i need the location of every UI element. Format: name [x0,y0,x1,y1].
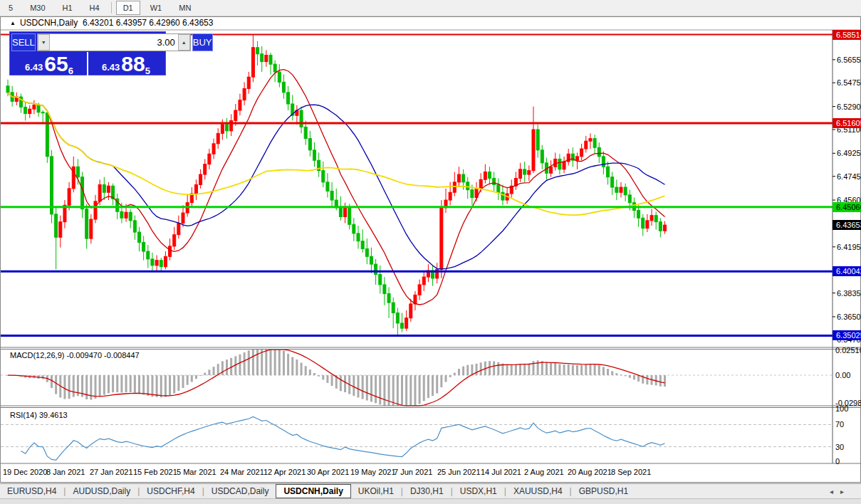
macd-histogram-bar [95,375,97,399]
macd-histogram-bar [208,369,210,375]
time-axis-label: 8 Jan 2021 [46,468,85,476]
timeframe-button-5[interactable]: 5 [1,1,20,15]
macd-histogram-bar [278,350,281,375]
candle-body [129,212,132,221]
candle-body [462,174,465,182]
candle-body [55,214,58,237]
macd-histogram-bar [138,375,140,394]
macd-histogram-bar [169,375,171,395]
sell-price-display[interactable]: 6.43 65 6 [11,52,88,75]
candle-body [160,261,162,267]
rsi-label: RSI(14) 39.4613 [10,411,68,419]
symbol-tab-eurusd[interactable]: EURUSD,H4 [0,485,63,498]
candle-body [457,174,460,182]
timeframe-button-d1[interactable]: D1 [116,1,140,15]
sell-button[interactable]: SELL [11,33,36,51]
symbol-tab-xauusd[interactable]: XAUUSD,H4 [506,485,570,498]
candle-body [607,167,610,177]
macd-histogram-bar [256,350,259,375]
macd-histogram-bar [244,352,246,375]
volume-decrease-button[interactable]: ▼ [38,34,50,51]
candle-body [602,157,605,167]
price-badge-6.43653: 6.43653 [833,220,861,230]
candle-body [151,259,154,266]
macd-histogram-bar [120,375,122,392]
rsi-pane[interactable] [1,408,833,463]
macd-histogram-bar [414,375,416,406]
candle-body [247,77,250,88]
volume-input[interactable] [50,34,178,51]
rsi-axis-label: 70 [835,420,844,429]
candle-body [659,222,662,231]
macd-histogram-bar [68,375,71,399]
candle-body [598,147,600,157]
symbol-tab-usdcnh[interactable]: USDCNH,Daily [276,484,350,498]
symbol-tab-usdchf[interactable]: USDCHF,H4 [140,485,202,498]
timeframe-button-h1[interactable]: H1 [56,1,80,15]
candle-body [387,294,390,303]
macd-histogram-bar [165,375,167,397]
macd-histogram-bar [550,363,552,375]
timeframe-button-h4[interactable]: H4 [83,1,107,15]
candle-body [199,174,202,184]
macd-histogram-bar [182,375,184,388]
candle-body [269,56,272,65]
macd-histogram-bar [358,375,360,397]
candle-body [392,303,395,313]
candle-body [471,190,474,198]
price-axis-tick: 6.47450 [837,172,861,181]
macd-histogram-bar [449,375,452,377]
candle-body [646,221,649,229]
candle-body [576,157,579,160]
macd-histogram-bar [55,375,57,394]
candle-body [142,242,145,251]
candle-body [585,141,588,149]
price-badge-6.35025: 6.35025 [833,330,861,340]
tab-scroll-left-icon[interactable]: ◂ [830,488,840,495]
macd-histogram-bar [213,367,215,375]
symbol-tab-dj30[interactable]: DJ30,H1 [403,485,451,498]
macd-histogram-bar [103,375,105,395]
timeframe-button-w1[interactable]: W1 [143,1,169,15]
candle-body [611,177,614,187]
macd-histogram-bar [305,366,307,375]
chart-canvas[interactable] [1,17,861,483]
timeframe-button-mn[interactable]: MN [172,1,198,15]
macd-histogram-bar [568,364,570,375]
time-axis-label: 12 Apr 2021 [263,468,306,476]
price-badge-6.51605: 6.51605 [833,118,861,128]
macd-histogram-bar [629,375,631,378]
macd-histogram-bar [125,375,127,392]
symbol-tab-usdx[interactable]: USDX,H1 [453,485,504,498]
candle-body [265,56,268,62]
symbol-tab-audusd[interactable]: AUDUSD,Daily [66,485,137,498]
candle-body [120,211,123,218]
window-bottom-strip [0,498,861,504]
buy-price-display[interactable]: 6.43 88 5 [88,52,164,75]
candle-body [138,232,141,242]
symbol-tab-usdcad[interactable]: USDCAD,Daily [204,485,276,498]
buy-button[interactable]: BUY [192,33,213,51]
macd-histogram-bar [572,365,574,375]
macd-histogram-bar [147,375,149,396]
candle-body [593,139,596,148]
candle-body [251,48,254,77]
macd-histogram-bar [326,375,328,383]
candle-body [261,54,263,62]
macd-histogram-bar [370,375,372,401]
macd-histogram-bar [585,364,587,375]
candle-body [216,133,219,143]
macd-histogram-bar [51,375,53,388]
tab-scroll-right-icon[interactable]: ▸ [840,488,851,495]
timeframe-button-m30[interactable]: M30 [23,1,52,15]
symbol-tab-ukoil[interactable]: UKOil,H1 [351,485,401,498]
candle-body [519,169,522,179]
macd-histogram-bar [331,375,333,386]
macd-histogram-bar [528,364,530,375]
candle-body [76,167,79,177]
volume-increase-button[interactable]: ▲ [178,34,190,51]
symbol-tab-gbpusd[interactable]: GBPUSD,H1 [572,485,635,498]
price-axis-tick: 6.56550 [837,56,861,64]
candle-body [466,182,469,190]
macd-histogram-bar [270,350,272,375]
